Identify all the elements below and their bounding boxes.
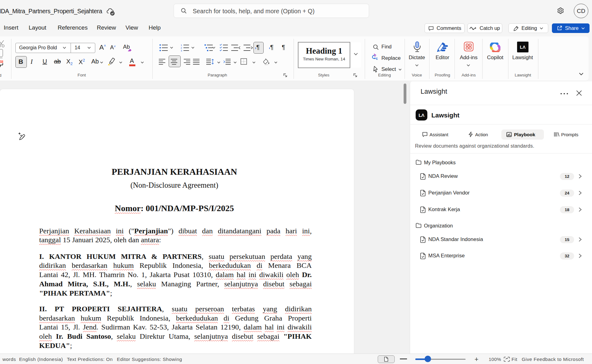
svg-text:1: 1	[181, 44, 182, 47]
svg-text:3: 3	[181, 49, 182, 52]
svg-text:2: 2	[181, 47, 182, 49]
svg-text:c: c	[376, 56, 378, 60]
